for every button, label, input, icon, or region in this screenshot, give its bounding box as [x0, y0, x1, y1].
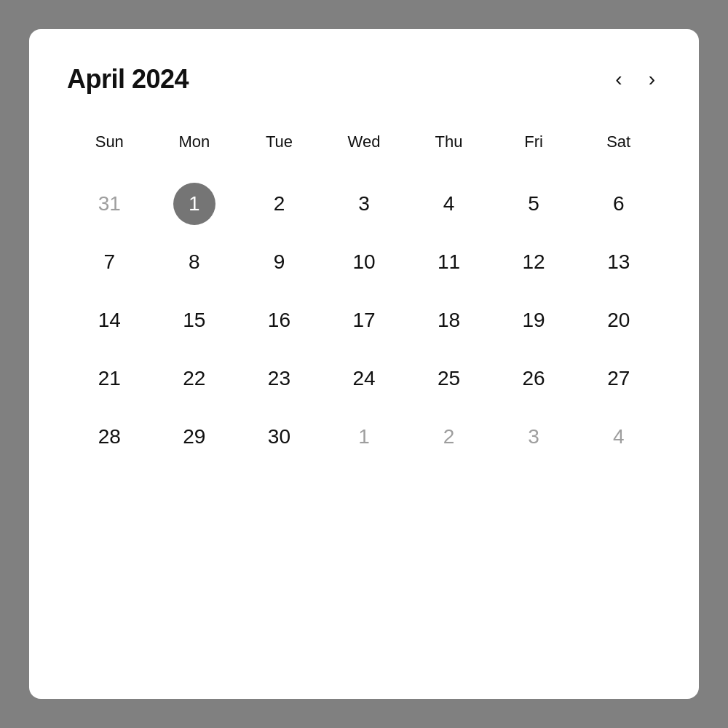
weekday-header: Fri	[491, 124, 577, 175]
day-number: 6	[598, 183, 640, 225]
day-number: 4	[428, 183, 470, 225]
calendar-day[interactable]: 2	[237, 175, 322, 233]
weekday-header: Mon	[152, 124, 237, 175]
calendar-day[interactable]: 23	[237, 349, 322, 408]
calendar-day[interactable]: 14	[67, 291, 152, 349]
calendar-day[interactable]: 5	[491, 175, 577, 233]
calendar-day[interactable]: 19	[491, 291, 577, 349]
day-number: 30	[258, 416, 300, 458]
day-number: 22	[173, 357, 215, 400]
calendar-day[interactable]: 13	[576, 233, 661, 291]
calendar-day[interactable]: 26	[491, 349, 577, 408]
day-number: 8	[173, 241, 215, 283]
day-number: 31	[88, 183, 130, 225]
calendar-day[interactable]: 16	[237, 291, 322, 349]
day-number: 28	[88, 416, 130, 458]
day-number: 23	[258, 357, 300, 400]
calendar-day[interactable]: 20	[576, 291, 661, 349]
calendar-day[interactable]: 22	[152, 349, 237, 408]
day-number: 20	[598, 299, 640, 341]
day-number: 5	[513, 183, 555, 225]
calendar-widget: April 2024 ‹ › SunMonTueWedThuFriSat3112…	[29, 29, 699, 699]
calendar-day[interactable]: 1	[152, 175, 237, 233]
day-number: 16	[258, 299, 300, 341]
calendar-day[interactable]: 9	[237, 233, 322, 291]
calendar-day[interactable]: 3	[322, 175, 407, 233]
weekday-header: Tue	[237, 124, 322, 175]
calendar-grid: SunMonTueWedThuFriSat3112345678910111213…	[67, 124, 661, 466]
calendar-day[interactable]: 28	[67, 408, 152, 466]
weekday-header: Sun	[67, 124, 152, 175]
calendar-day[interactable]: 30	[237, 408, 322, 466]
calendar-day[interactable]: 25	[406, 349, 491, 408]
day-number: 1	[173, 183, 215, 225]
weekday-header: Sat	[576, 124, 661, 175]
calendar-day[interactable]: 15	[152, 291, 237, 349]
calendar-day[interactable]: 17	[322, 291, 407, 349]
day-number: 19	[513, 299, 555, 341]
calendar-title: April 2024	[67, 64, 189, 95]
day-number: 12	[513, 241, 555, 283]
day-number: 21	[88, 357, 130, 400]
calendar-day[interactable]: 11	[406, 233, 491, 291]
day-number: 11	[428, 241, 470, 283]
day-number: 25	[428, 357, 470, 400]
day-number: 9	[258, 241, 300, 283]
day-number: 1	[343, 416, 385, 458]
day-number: 13	[598, 241, 640, 283]
calendar-day[interactable]: 10	[322, 233, 407, 291]
day-number: 27	[598, 357, 640, 400]
day-number: 7	[88, 241, 130, 283]
prev-month-button[interactable]: ‹	[609, 66, 628, 92]
day-number: 2	[428, 416, 470, 458]
day-number: 29	[173, 416, 215, 458]
day-number: 15	[173, 299, 215, 341]
calendar-day[interactable]: 12	[491, 233, 577, 291]
calendar-day[interactable]: 21	[67, 349, 152, 408]
day-number: 18	[428, 299, 470, 341]
calendar-day[interactable]: 2	[406, 408, 491, 466]
calendar-day[interactable]: 27	[576, 349, 661, 408]
weekday-header: Wed	[322, 124, 407, 175]
day-number: 26	[513, 357, 555, 400]
day-number: 24	[343, 357, 385, 400]
calendar-header: April 2024 ‹ ›	[67, 64, 661, 95]
calendar-day[interactable]: 6	[576, 175, 661, 233]
calendar-day[interactable]: 4	[406, 175, 491, 233]
calendar-day[interactable]: 18	[406, 291, 491, 349]
calendar-day[interactable]: 31	[67, 175, 152, 233]
day-number: 14	[88, 299, 130, 341]
calendar-day[interactable]: 29	[152, 408, 237, 466]
nav-buttons: ‹ ›	[609, 66, 661, 92]
next-month-button[interactable]: ›	[643, 66, 661, 92]
calendar-day[interactable]: 8	[152, 233, 237, 291]
calendar-day[interactable]: 1	[322, 408, 407, 466]
day-number: 2	[258, 183, 300, 225]
calendar-day[interactable]: 4	[576, 408, 661, 466]
day-number: 3	[343, 183, 385, 225]
calendar-day[interactable]: 3	[491, 408, 577, 466]
weekday-header: Thu	[406, 124, 491, 175]
day-number: 17	[343, 299, 385, 341]
calendar-day[interactable]: 24	[322, 349, 407, 408]
day-number: 3	[513, 416, 555, 458]
day-number: 10	[343, 241, 385, 283]
calendar-day[interactable]: 7	[67, 233, 152, 291]
day-number: 4	[598, 416, 640, 458]
